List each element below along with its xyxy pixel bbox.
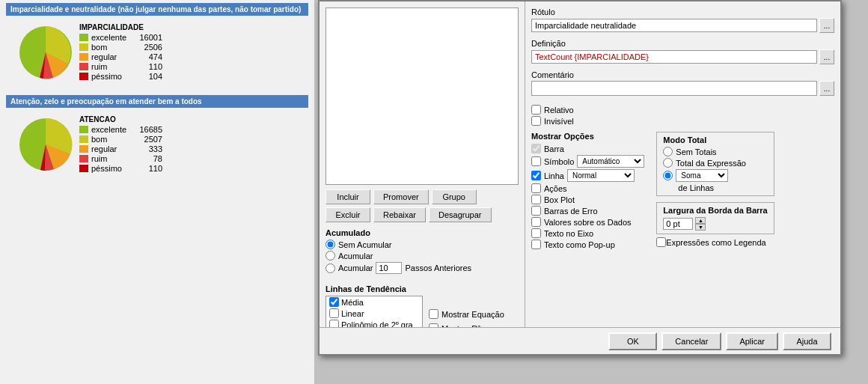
invisivel-label: Invisível bbox=[544, 117, 574, 126]
legend2-color-regular bbox=[79, 145, 88, 153]
passos-input[interactable] bbox=[376, 262, 402, 274]
rotulo-field-row: ... bbox=[531, 18, 834, 33]
total-expressao-radio[interactable] bbox=[663, 158, 673, 168]
texto-popup-check[interactable] bbox=[531, 240, 541, 249]
largura-borda-section: Largura da Borda da Barra ▲ ▼ bbox=[656, 202, 774, 234]
acoes-row: Ações bbox=[531, 183, 644, 193]
linha-check[interactable] bbox=[531, 171, 541, 180]
simbolo-label: Símbolo bbox=[544, 157, 574, 166]
chart2-legend-title: ATENCAO bbox=[79, 115, 162, 124]
expressoes-check[interactable] bbox=[656, 237, 666, 247]
simbolo-select[interactable]: Automático Círculo Quadrado bbox=[577, 155, 644, 168]
acumular-row: Acumular bbox=[326, 251, 519, 260]
barras-erro-check[interactable] bbox=[531, 206, 541, 216]
simbolo-check[interactable] bbox=[531, 156, 541, 166]
tendencia-media[interactable]: Média bbox=[326, 296, 422, 308]
soma-select[interactable]: Soma Média Mínimo Máximo bbox=[676, 169, 728, 182]
tendencia-linear-check[interactable] bbox=[329, 308, 339, 318]
modo-total-col: Modo Total Sem Totais Total da Expressão bbox=[656, 132, 774, 251]
ajuda-button[interactable]: Ajuda bbox=[783, 332, 831, 350]
legend2-row-3: ruim 78 bbox=[79, 154, 162, 163]
modo-total-title: Modo Total bbox=[663, 135, 767, 144]
box-plot-row: Box Plot bbox=[531, 195, 644, 204]
grupo-button[interactable]: Grupo bbox=[432, 189, 477, 204]
linha-select[interactable]: Normal Tracejado bbox=[567, 169, 635, 182]
chart1-legend: IMPARCIALIDADE excelente 16001 bom 2506 … bbox=[79, 23, 162, 82]
comentario-section: Comentário ... bbox=[531, 70, 834, 96]
incluir-button[interactable]: Incluir bbox=[326, 189, 370, 204]
texto-popup-label: Texto como Pop-up bbox=[544, 240, 615, 249]
comentario-ellipsis-button[interactable]: ... bbox=[819, 81, 834, 96]
acumular-radio[interactable] bbox=[326, 251, 335, 260]
barra-check[interactable] bbox=[531, 144, 541, 153]
legend-value-ruim: 110 bbox=[132, 62, 162, 71]
legend-value-excelente: 16001 bbox=[132, 33, 162, 42]
dialog-footer: OK Cancelar Aplicar Ajuda bbox=[320, 327, 840, 354]
rebaixar-button[interactable]: Rebaixar bbox=[373, 207, 426, 222]
sem-totais-label: Sem Totais bbox=[676, 147, 716, 156]
soma-radio[interactable] bbox=[663, 171, 673, 180]
expression-list[interactable] bbox=[326, 7, 519, 185]
texto-eixo-check[interactable] bbox=[531, 228, 541, 238]
tendencia-media-label: Média bbox=[341, 298, 364, 307]
tendencia-label: Linhas de Tendência bbox=[326, 284, 519, 293]
promover-button[interactable]: Promover bbox=[373, 189, 429, 204]
borda-spin-down[interactable]: ▼ bbox=[695, 224, 706, 231]
legend-value-regular: 474 bbox=[132, 52, 162, 61]
modo-total-box: Modo Total Sem Totais Total da Expressão bbox=[656, 132, 774, 196]
legend-label-excelente: excelente bbox=[91, 33, 132, 42]
passos-label: Passos Anteriores bbox=[405, 263, 471, 272]
valores-dados-check[interactable] bbox=[531, 217, 541, 227]
valores-dados-label: Valores sobre os Dados bbox=[544, 218, 632, 227]
box-plot-check[interactable] bbox=[531, 195, 541, 204]
definicao-input[interactable] bbox=[531, 50, 817, 64]
mostrar-equacao-check[interactable] bbox=[429, 309, 438, 319]
definicao-ellipsis-button[interactable]: ... bbox=[819, 49, 834, 64]
legend-value-bom: 2506 bbox=[132, 43, 162, 52]
legend-label-ruim: ruim bbox=[91, 62, 132, 71]
aplicar-button[interactable]: Aplicar bbox=[726, 332, 778, 350]
legend2-color-bom bbox=[79, 135, 88, 143]
relativo-row: Relativo bbox=[531, 105, 834, 115]
tendencia-linear[interactable]: Linear bbox=[326, 308, 422, 319]
rotulo-label: Rótulo bbox=[531, 7, 834, 16]
rotulo-ellipsis-button[interactable]: ... bbox=[819, 18, 834, 33]
tendencia-media-check[interactable] bbox=[329, 297, 339, 307]
excluir-button[interactable]: Excluir bbox=[326, 207, 370, 222]
borda-spin-up[interactable]: ▲ bbox=[695, 217, 706, 224]
sem-acumular-text: Sem Acumular bbox=[338, 240, 392, 249]
definicao-label: Definição bbox=[531, 39, 834, 48]
acumular-passos-radio[interactable] bbox=[326, 263, 335, 273]
box-plot-label: Box Plot bbox=[544, 195, 575, 204]
sem-acumular-radio[interactable] bbox=[326, 240, 335, 249]
borda-input[interactable] bbox=[663, 218, 693, 230]
invisivel-check[interactable] bbox=[531, 116, 541, 126]
tendencia-linear-label: Linear bbox=[341, 309, 364, 318]
legend-color-regular bbox=[79, 53, 88, 61]
comentario-input[interactable] bbox=[531, 81, 817, 96]
acoes-check[interactable] bbox=[531, 183, 541, 193]
chart-section-2: Atenção, zelo e preocupação em atender b… bbox=[0, 92, 314, 184]
relativo-check[interactable] bbox=[531, 105, 541, 115]
expressoes-label: Expressões como Legenda bbox=[666, 238, 765, 247]
legend-color-bom bbox=[79, 43, 88, 51]
chart1-legend-title: IMPARCIALIDADE bbox=[79, 23, 162, 31]
legend2-color-excelente bbox=[79, 126, 88, 133]
rotulo-input[interactable] bbox=[531, 19, 817, 32]
mostrar-opcoes-label: Mostrar Opções bbox=[531, 132, 644, 141]
options-modo-row: Mostrar Opções Barra Símbolo Automático … bbox=[531, 132, 834, 251]
legend-row-0: excelente 16001 bbox=[79, 33, 162, 42]
mostrar-equacao-label: Mostrar Equação bbox=[441, 310, 504, 319]
linha-row: Linha Normal Tracejado bbox=[531, 169, 644, 182]
legend2-color-ruim bbox=[79, 155, 88, 162]
mostrar-equacao-row: Mostrar Equação bbox=[429, 309, 504, 319]
desagrupar-button[interactable]: Desagrupar bbox=[429, 207, 491, 222]
legend2-row-2: regular 333 bbox=[79, 144, 162, 153]
barra-row: Barra bbox=[531, 144, 644, 153]
chart2-legend: ATENCAO excelente 16685 bom 2507 regular… bbox=[79, 115, 162, 174]
legend-value-pessimo: 104 bbox=[132, 72, 162, 81]
sem-totais-radio[interactable] bbox=[663, 147, 673, 156]
cancelar-button[interactable]: Cancelar bbox=[661, 332, 721, 350]
ok-button[interactable]: OK bbox=[608, 332, 657, 350]
rotulo-section: Rótulo ... bbox=[531, 7, 834, 33]
